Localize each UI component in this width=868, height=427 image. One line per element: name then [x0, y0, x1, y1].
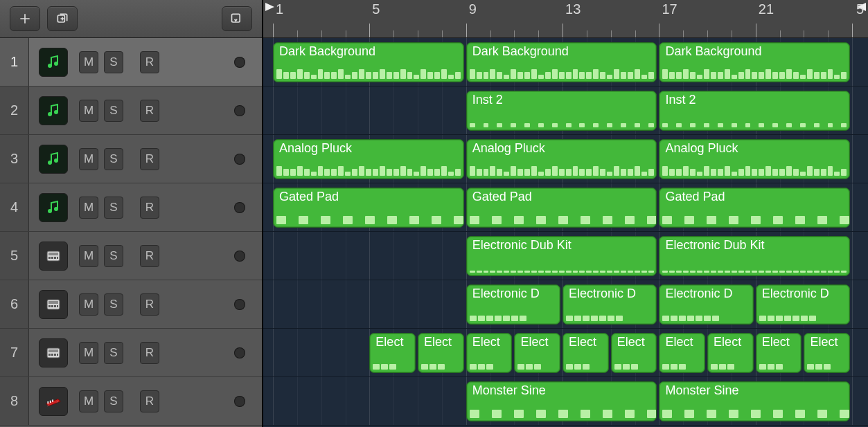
track-header[interactable]: 8MSR [0, 377, 262, 426]
track-number[interactable]: 8 [0, 377, 29, 425]
record-enable-button[interactable]: R [140, 293, 159, 316]
solo-button[interactable]: S [104, 293, 123, 316]
midi-region[interactable]: Gated Pad [659, 188, 850, 228]
midi-region[interactable]: Electronic D [563, 284, 657, 325]
duplicate-track-button[interactable] [47, 6, 78, 31]
midi-region[interactable]: Elect [369, 333, 416, 373]
software-instrument-icon[interactable] [39, 48, 68, 77]
track-lane[interactable]: Monster SineMonster Sine [263, 377, 868, 426]
track-header[interactable]: 2MSR [0, 87, 262, 135]
midi-region[interactable]: Gated Pad [466, 188, 657, 228]
track-header[interactable]: 3MSR [0, 135, 262, 183]
midi-region[interactable]: Electronic D [466, 284, 560, 325]
timeline-ruler[interactable]: 159131721 5 [263, 0, 868, 38]
track-lane[interactable]: Inst 2Inst 2 [263, 87, 868, 135]
midi-region[interactable]: Elect [707, 333, 754, 373]
midi-region[interactable]: Electronic D [659, 284, 753, 325]
svg-rect-27 [57, 354, 58, 356]
track-number[interactable]: 3 [0, 135, 29, 183]
midi-region[interactable]: Monster Sine [466, 381, 657, 421]
keyboard-icon[interactable] [39, 387, 68, 416]
svg-point-8 [48, 209, 52, 213]
record-enable-button[interactable]: R [140, 100, 159, 122]
mute-button[interactable]: M [79, 197, 98, 219]
svg-rect-19 [51, 305, 53, 307]
track-number[interactable]: 1 [0, 38, 29, 86]
midi-region[interactable]: Electronic D [756, 284, 850, 325]
track-header[interactable]: 6MSR [0, 280, 262, 329]
drum-machine-icon[interactable] [39, 242, 68, 271]
solo-button[interactable]: S [104, 342, 123, 364]
mute-button[interactable]: M [79, 51, 98, 73]
midi-region[interactable]: Electronic Dub Kit [466, 236, 657, 276]
record-enable-button[interactable]: R [140, 390, 159, 412]
region-label: Elect [563, 334, 608, 351]
track-lanes[interactable]: Dark BackgroundDark BackgroundDark Backg… [263, 38, 868, 426]
region-label: Gated Pad [274, 188, 463, 206]
record-enable-button[interactable]: R [140, 197, 159, 219]
track-number[interactable]: 4 [0, 183, 29, 231]
midi-region[interactable]: Elect [804, 333, 850, 373]
midi-region[interactable]: Electronic Dub Kit [659, 236, 850, 276]
track-lane[interactable]: Electronic Dub KitElectronic Dub Kit [263, 232, 868, 280]
solo-button[interactable]: S [104, 51, 123, 73]
software-instrument-icon[interactable] [39, 193, 68, 222]
mute-button[interactable]: M [79, 245, 98, 267]
midi-region[interactable]: Inst 2 [659, 91, 850, 131]
midi-region[interactable]: Analog Pluck [273, 139, 464, 179]
track-header[interactable]: 4MSR [0, 183, 262, 232]
mute-button[interactable]: M [79, 148, 98, 170]
midi-region[interactable]: Dark Background [273, 42, 464, 82]
track-number[interactable]: 2 [0, 87, 29, 134]
track-header[interactable]: 1MSR [0, 38, 262, 87]
track-lane[interactable]: Dark BackgroundDark BackgroundDark Backg… [263, 38, 868, 87]
midi-region[interactable]: Elect [514, 333, 560, 373]
solo-button[interactable]: S [104, 390, 123, 412]
track-lane[interactable]: Electronic DElectronic DElectronic DElec… [263, 280, 868, 329]
solo-button[interactable]: S [104, 148, 123, 170]
track-lane[interactable]: ElectElectElectElectElectElectElectElect… [263, 329, 868, 377]
midi-region[interactable]: Elect [659, 333, 705, 373]
region-label: Analog Pluck [659, 140, 849, 157]
midi-region[interactable]: Elect [418, 333, 464, 373]
svg-point-3 [54, 62, 58, 66]
solo-button[interactable]: S [104, 245, 123, 267]
drum-machine-icon[interactable] [39, 290, 68, 319]
midi-region[interactable]: Elect [466, 333, 513, 373]
midi-region[interactable]: Gated Pad [273, 188, 464, 228]
track-header[interactable]: 5MSR [0, 232, 262, 280]
mute-button[interactable]: M [79, 293, 98, 316]
track-number[interactable]: 7 [0, 329, 29, 376]
record-enable-button[interactable]: R [140, 245, 159, 267]
drum-machine-icon[interactable] [39, 338, 68, 367]
midi-region[interactable]: Analog Pluck [466, 139, 657, 179]
midi-region[interactable]: Dark Background [659, 42, 850, 82]
midi-region[interactable]: Analog Pluck [659, 139, 850, 179]
software-instrument-icon[interactable] [39, 145, 68, 174]
record-enable-button[interactable]: R [140, 148, 159, 170]
mute-button[interactable]: M [79, 390, 98, 412]
track-number[interactable]: 6 [0, 280, 29, 328]
mute-button[interactable]: M [79, 100, 98, 122]
midi-region[interactable]: Inst 2 [466, 91, 657, 131]
mute-button[interactable]: M [79, 342, 98, 364]
track-lane[interactable]: Gated PadGated PadGated Pad [263, 183, 868, 232]
track-options-button[interactable] [222, 6, 252, 31]
track-number[interactable]: 5 [0, 232, 29, 280]
add-track-button[interactable] [10, 6, 40, 31]
midi-region[interactable]: Monster Sine [659, 381, 850, 421]
solo-button[interactable]: S [104, 100, 123, 122]
region-label: Monster Sine [467, 382, 657, 399]
midi-region[interactable]: Elect [611, 333, 657, 373]
software-instrument-icon[interactable] [39, 96, 68, 125]
midi-region[interactable]: Dark Background [466, 42, 657, 82]
track-header[interactable]: 7MSR [0, 329, 262, 377]
arrange-area[interactable]: 159131721 5 Dark BackgroundDark Backgrou… [263, 0, 868, 427]
track-lane[interactable]: Analog PluckAnalog PluckAnalog Pluck [263, 135, 868, 183]
record-enable-button[interactable]: R [140, 51, 159, 73]
solo-button[interactable]: S [104, 197, 123, 219]
record-enable-button[interactable]: R [140, 342, 159, 364]
midi-region[interactable]: Elect [756, 333, 802, 373]
midi-region[interactable]: Elect [563, 333, 609, 373]
svg-point-4 [48, 112, 52, 116]
